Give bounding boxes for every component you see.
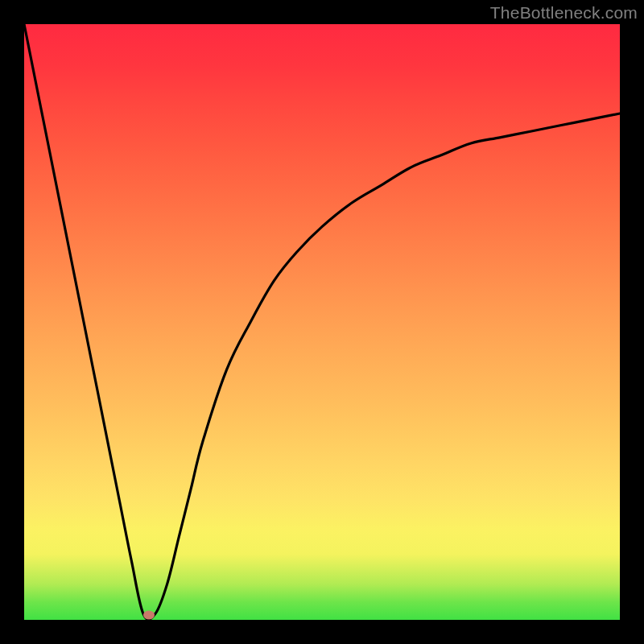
plot-area <box>24 24 620 620</box>
minimum-marker <box>143 611 155 620</box>
chart-frame: TheBottleneck.com <box>0 0 644 644</box>
bottleneck-curve <box>24 24 620 620</box>
curve-path <box>24 24 620 620</box>
watermark-text: TheBottleneck.com <box>490 3 638 23</box>
